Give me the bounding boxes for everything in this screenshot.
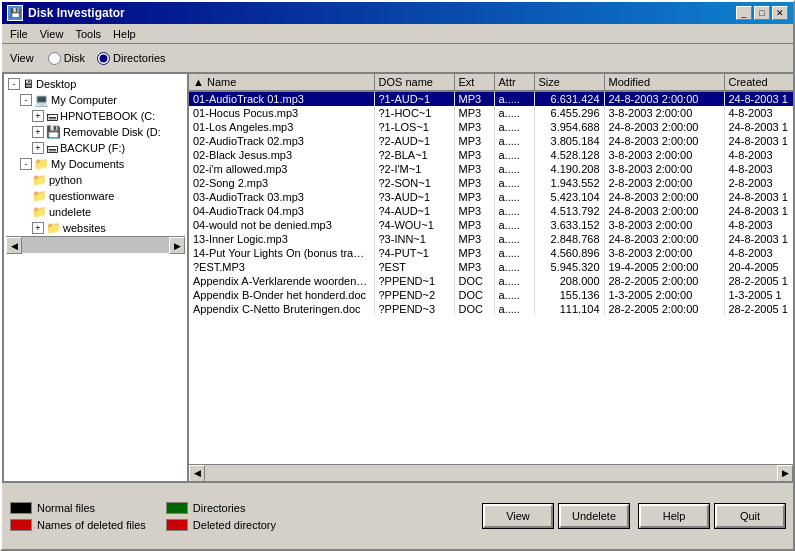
legend-deleted-names: Names of deleted files	[10, 519, 146, 531]
table-row[interactable]: 01-Los Angeles.mp3?1-LOS~1MP3a.....3.954…	[189, 120, 793, 134]
tree-expand-backup[interactable]: +	[32, 142, 44, 154]
tree-label-mydocs: My Documents	[51, 158, 124, 170]
help-button[interactable]: Help	[639, 504, 709, 528]
table-row[interactable]: 02-Song 2.mp3?2-SON~1MP3a.....1.943.5522…	[189, 176, 793, 190]
table-cell: 24-8-2003 2:00:00	[604, 204, 724, 218]
table-row[interactable]: 14-Put Your Lights On (bonus track).r?4-…	[189, 246, 793, 260]
tree-item-hpnotebook[interactable]: + 🖴 HPNOTEBOOK (C:	[6, 108, 185, 124]
tree-item-python[interactable]: 📁 python	[6, 172, 185, 188]
maximize-button[interactable]: □	[754, 6, 770, 20]
menu-tools[interactable]: Tools	[69, 26, 107, 42]
tree-item-undelete[interactable]: 📁 undelete	[6, 204, 185, 220]
table-cell: 02-i'm allowed.mp3	[189, 162, 374, 176]
table-scroll[interactable]: ▲ Name DOS name Ext Attr Size Modified C…	[189, 74, 793, 464]
table-cell: ?EST	[374, 260, 454, 274]
table-row[interactable]: 03-AudioTrack 03.mp3?3-AUD~1MP3a.....5.4…	[189, 190, 793, 204]
col-size[interactable]: Size	[534, 74, 604, 91]
col-name[interactable]: ▲ Name	[189, 74, 374, 91]
tree-item-backup[interactable]: + 🖴 BACKUP (F:)	[6, 140, 185, 156]
table-row[interactable]: 04-AudioTrack 04.mp3?4-AUD~1MP3a.....4.5…	[189, 204, 793, 218]
table-row[interactable]: 13-Inner Logic.mp3?3-INN~1MP3a.....2.848…	[189, 232, 793, 246]
file-scroll-right[interactable]: ▶	[777, 465, 793, 482]
table-cell: 1-3-2005 2:00:00	[604, 288, 724, 302]
menu-view[interactable]: View	[34, 26, 70, 42]
tree-scroll-track[interactable]	[22, 237, 169, 253]
table-cell: 24-8-2003 2:00:00	[604, 134, 724, 148]
table-cell: 6.455.296	[534, 106, 604, 120]
tree-item-questionware[interactable]: 📁 questionware	[6, 188, 185, 204]
radio-disk[interactable]: Disk	[48, 52, 85, 65]
quit-button[interactable]: Quit	[715, 504, 785, 528]
table-cell: 4.513.792	[534, 204, 604, 218]
col-created[interactable]: Created	[724, 74, 793, 91]
tree-expand-websites[interactable]: +	[32, 222, 44, 234]
table-row[interactable]: Appendix C-Netto Bruteringen.doc?PPEND~3…	[189, 302, 793, 316]
table-cell: MP3	[454, 260, 494, 274]
table-row[interactable]: 02-Black Jesus.mp3?2-BLA~1MP3a.....4.528…	[189, 148, 793, 162]
menu-help[interactable]: Help	[107, 26, 142, 42]
table-cell: 1.943.552	[534, 176, 604, 190]
view-section: View Disk Directories	[2, 44, 793, 72]
radio-directories-input[interactable]	[97, 52, 110, 65]
tree-expand-removable[interactable]: +	[32, 126, 44, 138]
table-row[interactable]: Appendix A-Verklarende woordenlijst.?PPE…	[189, 274, 793, 288]
file-scroll-left[interactable]: ◀	[189, 465, 205, 482]
table-row[interactable]: 04-would not be denied.mp3?4-WOU~1MP3a..…	[189, 218, 793, 232]
table-row[interactable]: 01-AudioTrack 01.mp3?1-AUD~1MP3a.....6.6…	[189, 91, 793, 106]
col-ext[interactable]: Ext	[454, 74, 494, 91]
python-icon: 📁	[32, 173, 47, 187]
table-row[interactable]: Appendix B-Onder het honderd.doc?PPEND~2…	[189, 288, 793, 302]
table-cell: 04-would not be denied.mp3	[189, 218, 374, 232]
col-attr[interactable]: Attr	[494, 74, 534, 91]
legend-deleted-dir: Deleted directory	[166, 519, 276, 531]
close-button[interactable]: ✕	[772, 6, 788, 20]
radio-directories[interactable]: Directories	[97, 52, 166, 65]
tree-label-mycomputer: My Computer	[51, 94, 117, 106]
mycomputer-icon: 💻	[34, 93, 49, 107]
radio-disk-input[interactable]	[48, 52, 61, 65]
view-button[interactable]: View	[483, 504, 553, 528]
table-row[interactable]: ?EST.MP3?ESTMP3a.....5.945.32019-4-2005 …	[189, 260, 793, 274]
table-cell: ?EST.MP3	[189, 260, 374, 274]
table-row[interactable]: 02-AudioTrack 02.mp3?2-AUD~1MP3a.....3.8…	[189, 134, 793, 148]
tree-pane[interactable]: - 🖥 Desktop - 💻 My Computer + 🖴 HPNOTEBO…	[4, 74, 189, 481]
radio-disk-label: Disk	[64, 52, 85, 64]
table-cell: 02-AudioTrack 02.mp3	[189, 134, 374, 148]
title-bar-buttons: _ □ ✕	[736, 6, 788, 20]
table-cell: MP3	[454, 176, 494, 190]
tree-item-mydocs[interactable]: - 📁 My Documents	[6, 156, 185, 172]
tree-label-undelete: undelete	[49, 206, 91, 218]
tree-expand-desktop[interactable]: -	[8, 78, 20, 90]
table-cell: 111.104	[534, 302, 604, 316]
tree-expand-mycomputer[interactable]: -	[20, 94, 32, 106]
table-cell: a.....	[494, 274, 534, 288]
tree-scroll-right[interactable]: ▶	[169, 237, 185, 254]
tree-scroll-left[interactable]: ◀	[6, 237, 22, 254]
tree-item-mycomputer[interactable]: - 💻 My Computer	[6, 92, 185, 108]
col-modified[interactable]: Modified	[604, 74, 724, 91]
undelete-button[interactable]: Undelete	[559, 504, 629, 528]
table-row[interactable]: 01-Hocus Pocus.mp3?1-HOC~1MP3a.....6.455…	[189, 106, 793, 120]
table-cell: 24-8-2003 1	[724, 120, 793, 134]
title-bar-left: 💾 Disk Investigator	[7, 5, 125, 21]
tree-expand-hpnotebook[interactable]: +	[32, 110, 44, 122]
menu-file[interactable]: File	[4, 26, 34, 42]
tree-item-removable[interactable]: + 💾 Removable Disk (D:	[6, 124, 185, 140]
questionware-icon: 📁	[32, 189, 47, 203]
tree-item-websites[interactable]: + 📁 websites	[6, 220, 185, 236]
mydocs-icon: 📁	[34, 157, 49, 171]
minimize-button[interactable]: _	[736, 6, 752, 20]
table-cell: 4-8-2003	[724, 218, 793, 232]
tree-label-websites: websites	[63, 222, 106, 234]
table-cell: 2.848.768	[534, 232, 604, 246]
title-bar: 💾 Disk Investigator _ □ ✕	[2, 2, 793, 24]
tree-item-desktop[interactable]: - 🖥 Desktop	[6, 76, 185, 92]
legend-deleted-names-color	[10, 519, 32, 531]
menu-bar: File View Tools Help	[2, 24, 793, 44]
table-row[interactable]: 02-i'm allowed.mp3?2-I'M~1MP3a.....4.190…	[189, 162, 793, 176]
table-cell: DOC	[454, 288, 494, 302]
table-cell: 28-2-2005 2:00:00	[604, 302, 724, 316]
table-cell: ?2-BLA~1	[374, 148, 454, 162]
col-dos[interactable]: DOS name	[374, 74, 454, 91]
tree-expand-mydocs[interactable]: -	[20, 158, 32, 170]
